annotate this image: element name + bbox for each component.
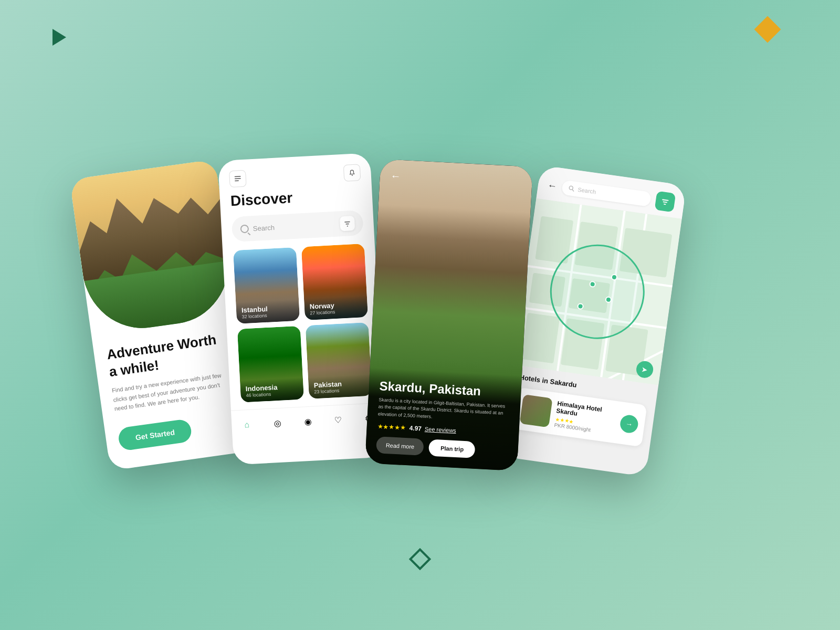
destinations-grid: Istanbul 32 locations Norway 27 location… xyxy=(223,243,383,403)
map-back-button[interactable]: ← xyxy=(547,180,558,192)
rating-number: 4.97 xyxy=(409,424,422,432)
detail-header: ← xyxy=(390,170,401,183)
rating-row: ★★★★★ 4.97 See reviews xyxy=(377,423,508,437)
stars: ★★★★★ xyxy=(377,423,406,432)
nav-explore[interactable]: ◎ xyxy=(271,417,284,430)
svg-rect-0 xyxy=(235,176,241,177)
hotel-info: Himalaya Hotel Skardu ★★★★ PKR 8000/nigh… xyxy=(554,400,617,436)
svg-line-10 xyxy=(663,202,667,202)
plan-trip-button[interactable]: Plan trip xyxy=(428,439,476,458)
search-placeholder: Search xyxy=(253,220,336,232)
map-background: ➤ xyxy=(513,198,682,385)
location-title: Skardu, Pakistan xyxy=(379,379,511,400)
map-search-placeholder: Search xyxy=(578,186,596,195)
map-block xyxy=(521,312,560,363)
menu-icon[interactable] xyxy=(229,170,247,188)
deco-diamond-yellow xyxy=(754,16,781,43)
svg-rect-1 xyxy=(235,178,241,179)
dest-card-indonesia[interactable]: Indonesia 46 locations xyxy=(237,326,304,403)
dest-card-pakistan[interactable]: Pakistan 23 locations xyxy=(306,322,372,399)
back-button[interactable]: ← xyxy=(390,170,401,182)
splash-image xyxy=(69,159,237,335)
svg-line-8 xyxy=(572,190,574,192)
deco-triangle xyxy=(52,29,66,46)
detail-buttons: Read more Plan trip xyxy=(376,436,508,460)
map-search-bar[interactable]: Search xyxy=(561,180,652,207)
nav-map[interactable]: ◉ xyxy=(301,415,314,428)
hotel-arrow-button[interactable]: → xyxy=(619,414,639,434)
bottom-nav: ⌂ ◎ ◉ ♡ ⚙ xyxy=(231,403,384,437)
svg-line-11 xyxy=(664,204,666,205)
nav-favorites[interactable]: ♡ xyxy=(332,413,345,426)
dest-card-norway[interactable]: Norway 27 locations xyxy=(301,244,368,320)
map-filter-icon[interactable] xyxy=(655,191,676,213)
hotel-image xyxy=(519,394,552,427)
map-area[interactable]: ➤ xyxy=(513,198,682,385)
see-reviews-link[interactable]: See reviews xyxy=(425,426,456,434)
detail-content: Skardu, Pakistan Skardu is a city locate… xyxy=(365,368,522,471)
notification-icon[interactable] xyxy=(343,164,361,182)
dest-card-istanbul[interactable]: Istanbul 32 locations xyxy=(233,247,300,324)
nav-home[interactable]: ⌂ xyxy=(240,418,254,432)
filter-icon[interactable] xyxy=(340,216,355,231)
location-description: Skardu is a city located in Gilgit-Balti… xyxy=(378,396,510,425)
search-icon xyxy=(240,224,249,233)
phone-detail: ← Skardu, Pakistan Skardu is a city loca… xyxy=(365,159,533,471)
phones-container: Adventure Worth a while! Find and try a … xyxy=(79,66,761,564)
phone-discover: Discover Search Istanbul 32 locations xyxy=(218,153,386,465)
read-more-button[interactable]: Read more xyxy=(376,436,424,456)
svg-point-3 xyxy=(352,175,353,176)
get-started-button[interactable]: Get Started xyxy=(117,418,193,452)
svg-rect-2 xyxy=(235,180,239,181)
svg-line-4 xyxy=(344,222,350,222)
svg-line-9 xyxy=(662,200,668,201)
